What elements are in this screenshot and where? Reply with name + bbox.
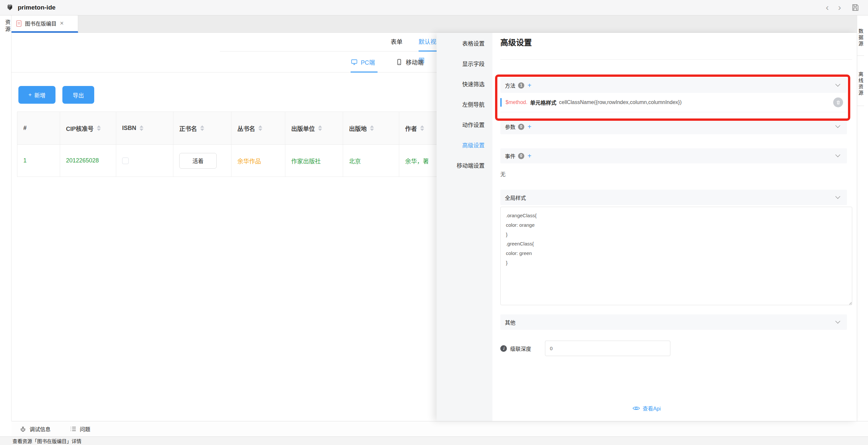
sort-icon[interactable]	[370, 125, 374, 131]
sidebar-item-resources[interactable]: 资源	[0, 19, 11, 33]
title-divider	[500, 59, 852, 60]
view-api-label: 查看Api	[643, 404, 660, 412]
device-tab-bar: PC端 移动端	[11, 52, 437, 72]
method-name: 单元格样式	[530, 98, 556, 106]
cell-title	[173, 145, 231, 177]
export-button-label: 导出	[73, 91, 84, 99]
document-icon	[16, 20, 22, 27]
add-event-button[interactable]: +	[528, 152, 531, 160]
add-button-label: 新增	[34, 91, 45, 99]
page-title: 高级设置	[500, 36, 532, 47]
chevron-down-icon[interactable]	[835, 125, 840, 128]
methods-count-badge: 1	[518, 83, 524, 89]
bug-icon	[19, 425, 27, 433]
add-method-button[interactable]: +	[528, 82, 531, 89]
view-tab-bar: 表单 默认视图	[11, 33, 437, 52]
events-label: 事件	[505, 152, 516, 160]
tab-pc-label: PC端	[361, 58, 375, 66]
method-prefix: $method.	[505, 99, 528, 105]
params-count-badge: 0	[518, 124, 524, 130]
chevron-down-icon[interactable]	[835, 154, 840, 158]
nav-item-table-settings[interactable]: 表格设置	[437, 33, 492, 53]
column-header-index[interactable]: #	[18, 112, 60, 145]
nav-item-action-settings[interactable]: 动作设置	[437, 114, 492, 134]
params-label: 参数	[505, 123, 516, 131]
phone-icon	[396, 58, 403, 66]
nav-item-quick-filter[interactable]: 快速筛选	[437, 73, 492, 94]
column-header-cip[interactable]: CIP核准号	[60, 112, 116, 145]
sort-icon[interactable]	[140, 125, 144, 131]
sort-icon[interactable]	[258, 125, 262, 131]
settings-panel: 表格设置 显示字段 快速筛选 左侧导航 动作设置 高级设置 移动端设置 高级设置…	[437, 33, 857, 421]
tab-book-cip[interactable]: 图书在版编目 ✕	[11, 15, 78, 33]
title-input[interactable]	[179, 153, 217, 169]
cell-isbn	[116, 145, 173, 177]
chevron-down-icon[interactable]	[835, 84, 840, 87]
save-icon[interactable]	[851, 3, 860, 12]
right-rail: 数据源 离线资源	[857, 15, 868, 421]
section-params[interactable]: 参数 0 +	[500, 119, 847, 134]
chevron-down-icon[interactable]	[835, 196, 840, 199]
problems-button[interactable]: 问题	[70, 425, 90, 433]
section-global-style[interactable]: 全局样式	[500, 190, 847, 205]
list-icon	[70, 425, 77, 433]
events-count-badge: 0	[518, 153, 524, 159]
tab-default-view[interactable]: 默认视图	[418, 33, 437, 52]
settings-nav: 表格设置 显示字段 快速筛选 左侧导航 动作设置 高级设置 移动端设置	[437, 33, 492, 421]
section-events[interactable]: 事件 0 +	[500, 148, 847, 163]
books-table: # CIP核准号 ISBN 正书名 丛书名	[17, 112, 474, 177]
sort-icon[interactable]	[97, 125, 101, 131]
app-logo-icon	[5, 3, 14, 12]
nav-item-advanced-settings[interactable]: 高级设置	[437, 134, 492, 155]
debug-info-label: 调试信息	[30, 425, 51, 433]
add-param-button[interactable]: +	[528, 123, 531, 131]
monitor-icon	[351, 58, 358, 66]
method-item-row[interactable]: $method. 单元格样式 cellClassName({row,rowInd…	[500, 93, 847, 112]
add-button[interactable]: + 新增	[19, 86, 56, 104]
close-icon[interactable]: ✕	[60, 20, 64, 26]
global-style-label: 全局样式	[505, 194, 526, 201]
nav-item-display-fields[interactable]: 显示字段	[437, 53, 492, 73]
back-icon[interactable]: ‹	[821, 3, 833, 12]
events-empty-text: 无	[500, 170, 505, 178]
plus-icon: +	[29, 92, 32, 98]
sort-icon[interactable]	[318, 125, 322, 131]
forward-icon[interactable]: ›	[834, 3, 846, 12]
sort-icon[interactable]	[200, 125, 204, 131]
cell-cip: 2012265028	[60, 145, 116, 177]
chevron-down-icon[interactable]	[835, 321, 840, 324]
tab-title: 图书在版编目	[25, 19, 57, 27]
sidebar-item-datasource[interactable]: 数据源	[857, 15, 864, 56]
debug-info-button[interactable]: 调试信息	[19, 425, 51, 433]
status-text: 查看资源「图书在版编目」详情	[12, 438, 82, 444]
isbn-checkbox[interactable]	[122, 158, 129, 164]
global-style-editor[interactable]: .orangeClass{ color: orange } .greenClas…	[500, 207, 852, 305]
advanced-settings-pane: 高级设置 方法 1 + $method. 单元格样式 cellClassName…	[492, 33, 857, 421]
export-button[interactable]: 导出	[62, 86, 94, 104]
section-other[interactable]: 其他	[500, 314, 847, 330]
view-api-link[interactable]: 查看Api	[437, 404, 857, 412]
eye-icon	[632, 406, 640, 411]
section-methods[interactable]: 方法 1 +	[500, 78, 847, 93]
column-header-title[interactable]: 正书名	[173, 112, 231, 145]
methods-label: 方法	[505, 82, 516, 89]
info-icon: i	[500, 345, 507, 352]
method-signature: cellClassName({row,rowIndex,column,colum…	[559, 99, 682, 105]
sort-icon[interactable]	[420, 125, 424, 131]
nav-item-left-nav[interactable]: 左侧导航	[437, 94, 492, 114]
delete-method-button[interactable]	[833, 97, 843, 107]
column-header-publisher[interactable]: 出版单位	[285, 112, 343, 145]
status-bar: 查看资源「图书在版编目」详情	[0, 437, 868, 445]
column-header-place[interactable]: 出版地	[343, 112, 399, 145]
table-header-row: # CIP核准号 ISBN 正书名 丛书名	[18, 112, 474, 145]
cell-place: 北京	[343, 145, 399, 177]
sidebar-item-offline-resources[interactable]: 离线资源	[857, 56, 864, 106]
nav-item-mobile-settings[interactable]: 移动端设置	[437, 155, 492, 175]
cascade-depth-input[interactable]	[545, 341, 670, 356]
left-rail: 资源	[0, 15, 11, 421]
column-header-series[interactable]: 丛书名	[231, 112, 285, 145]
tab-pc[interactable]: PC端	[351, 52, 375, 72]
tab-form[interactable]: 表单	[391, 33, 402, 52]
tab-mobile[interactable]: 移动端	[396, 52, 424, 72]
column-header-isbn[interactable]: ISBN	[116, 112, 173, 145]
